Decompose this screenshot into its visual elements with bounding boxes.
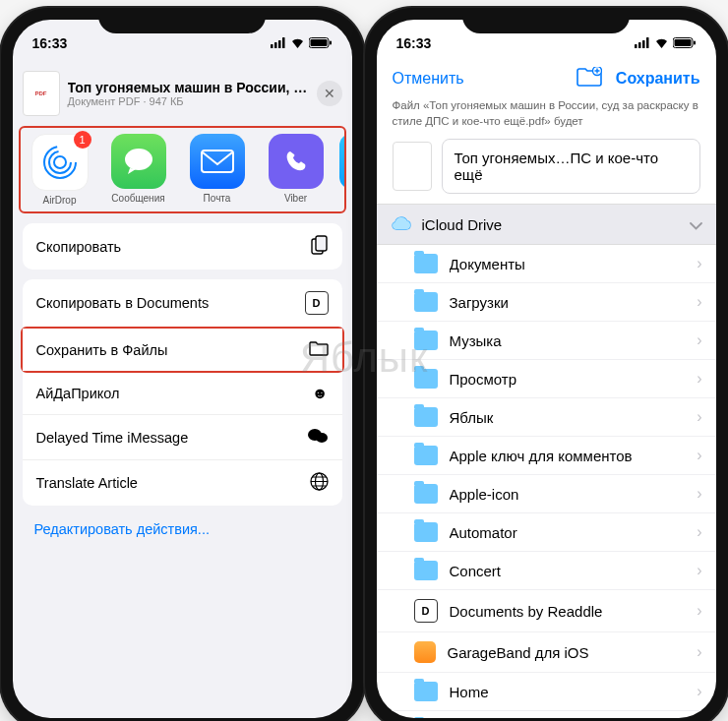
- cancel-button[interactable]: Отменить: [393, 70, 464, 88]
- folder-label: GarageBand для iOS: [448, 644, 686, 661]
- svg-point-10: [125, 149, 152, 170]
- chevron-right-icon: ›: [697, 447, 701, 464]
- folder-row[interactable]: Яблык›: [377, 398, 716, 437]
- action-label: АйДаПрикол: [36, 386, 120, 401]
- action-copy-documents[interactable]: Скопировать в Documents D: [23, 279, 342, 327]
- app-partial[interactable]: [339, 134, 346, 206]
- airdrop-badge: 1: [74, 131, 91, 149]
- folder-row[interactable]: Concert›: [377, 552, 716, 590]
- app-label: Почта: [182, 193, 253, 204]
- svg-rect-3: [282, 37, 285, 48]
- chevron-right-icon: ›: [697, 523, 701, 541]
- close-button[interactable]: ✕: [317, 81, 342, 106]
- app-mail[interactable]: Почта: [182, 134, 253, 206]
- action-aidaprikol[interactable]: АйДаПрикол ☻: [23, 373, 342, 415]
- folder-row[interactable]: Apple-icon›: [377, 475, 716, 513]
- action-translate[interactable]: Translate Article: [23, 460, 342, 506]
- wifi-icon: [290, 35, 305, 51]
- folder-label: Яблык: [450, 409, 686, 426]
- action-label: Translate Article: [36, 475, 138, 491]
- actions-group-3: АйДаПрикол ☻ Delayed Time iMessage Trans…: [23, 373, 342, 506]
- actions-group-2: Скопировать в Documents D: [23, 279, 342, 327]
- svg-point-15: [316, 433, 328, 443]
- folder-row[interactable]: Home›: [377, 673, 716, 711]
- app-airdrop[interactable]: 1 AirDrop: [25, 134, 95, 206]
- app-messages[interactable]: Сообщения: [103, 134, 174, 206]
- folder-label: Документы: [450, 256, 686, 272]
- svg-rect-27: [694, 41, 696, 45]
- svg-rect-23: [642, 40, 645, 48]
- chevron-right-icon: ›: [697, 293, 701, 311]
- documents-app-icon: D: [414, 599, 438, 623]
- svg-rect-5: [310, 39, 327, 46]
- action-delayed-imessage[interactable]: Delayed Time iMessage: [23, 415, 342, 460]
- action-label: Скопировать: [36, 239, 122, 255]
- action-label: Скопировать в Documents: [36, 295, 210, 311]
- signal-icon: [271, 35, 286, 51]
- chat-icon: [307, 427, 329, 448]
- folder-label: Documents by Readdle: [450, 603, 686, 620]
- svg-rect-6: [330, 41, 332, 45]
- folder-icon: [309, 340, 329, 359]
- app-label: Viber: [261, 193, 332, 204]
- folder-row[interactable]: Просмотр›: [377, 360, 716, 398]
- document-header: Топ угоняемых машин в России, суд з... Д…: [23, 71, 342, 116]
- phone-right: 16:33 Отменить Сохранить: [365, 8, 728, 721]
- folder-label: Просмотр: [450, 371, 686, 388]
- app-label: AirDrop: [25, 195, 95, 206]
- actions-group-1: Скопировать: [23, 223, 342, 270]
- document-title: Топ угоняемых машин в России, суд з...: [68, 80, 309, 95]
- svg-rect-21: [635, 44, 637, 48]
- chevron-right-icon: ›: [697, 370, 701, 388]
- action-copy[interactable]: Скопировать: [23, 223, 342, 270]
- folder-row[interactable]: DDocuments by Readdle›: [377, 590, 716, 632]
- folder-list[interactable]: Документы›Загрузки›Музыка›Просмотр›Яблык…: [377, 245, 716, 718]
- status-icons: [271, 35, 333, 51]
- folder-icon: [414, 292, 438, 312]
- status-time: 16:33: [32, 35, 68, 51]
- location-label: iCloud Drive: [422, 216, 503, 233]
- folder-icon: [414, 446, 438, 465]
- nav-bar: Отменить Сохранить: [377, 63, 716, 96]
- copy-icon: [311, 235, 329, 258]
- chevron-right-icon: ›: [697, 602, 701, 620]
- save-to-files-screen: 16:33 Отменить Сохранить: [377, 20, 716, 718]
- folder-row[interactable]: Apple ключ для комментов›: [377, 437, 716, 475]
- folder-icon: [414, 369, 438, 389]
- chevron-right-icon: ›: [697, 255, 701, 272]
- chevron-right-icon: ›: [697, 408, 701, 426]
- folder-icon: [414, 522, 438, 542]
- signal-icon: [635, 35, 650, 51]
- svg-rect-11: [202, 150, 233, 172]
- close-icon: ✕: [324, 86, 335, 101]
- folder-row[interactable]: Музыка›: [377, 322, 716, 360]
- new-folder-button[interactable]: [576, 67, 602, 90]
- action-save-files[interactable]: Сохранить в Файлы: [23, 329, 342, 371]
- folder-row[interactable]: Загрузки›: [377, 283, 716, 322]
- save-button[interactable]: Сохранить: [616, 70, 700, 88]
- app-viber[interactable]: Viber: [261, 134, 332, 206]
- folder-row[interactable]: Документы›: [377, 245, 716, 283]
- location-icloud-drive[interactable]: iCloud Drive: [377, 204, 716, 245]
- folder-row[interactable]: GarageBand для iOS›: [377, 632, 716, 673]
- folder-label: Apple ключ для комментов: [450, 448, 686, 464]
- folder-row[interactable]: Automator›: [377, 513, 716, 552]
- documents-app-icon: D: [305, 291, 329, 315]
- folder-label: Automator: [450, 524, 686, 541]
- smiley-icon: ☻: [312, 385, 329, 402]
- document-subtitle: Документ PDF · 947 КБ: [68, 95, 309, 107]
- battery-icon: [673, 35, 697, 51]
- folder-label: Музыка: [450, 332, 686, 349]
- filename-input[interactable]: Топ угоняемых…ПС и кое-что ещё: [442, 139, 700, 194]
- action-label: Delayed Time iMessage: [36, 430, 189, 446]
- svg-rect-2: [278, 40, 281, 48]
- folder-icon: [414, 682, 438, 701]
- file-thumbnail: [393, 142, 432, 191]
- folder-row[interactable]: Ip›: [377, 711, 716, 718]
- edit-actions-link[interactable]: Редактировать действия...: [34, 515, 331, 543]
- chevron-right-icon: ›: [697, 683, 701, 700]
- chevron-right-icon: ›: [697, 485, 701, 503]
- action-save-files-highlight: Сохранить в Файлы: [21, 327, 344, 373]
- share-sheet-screen: 16:33 Топ угоняемых машин в России, суд …: [13, 20, 352, 718]
- svg-rect-13: [316, 236, 327, 251]
